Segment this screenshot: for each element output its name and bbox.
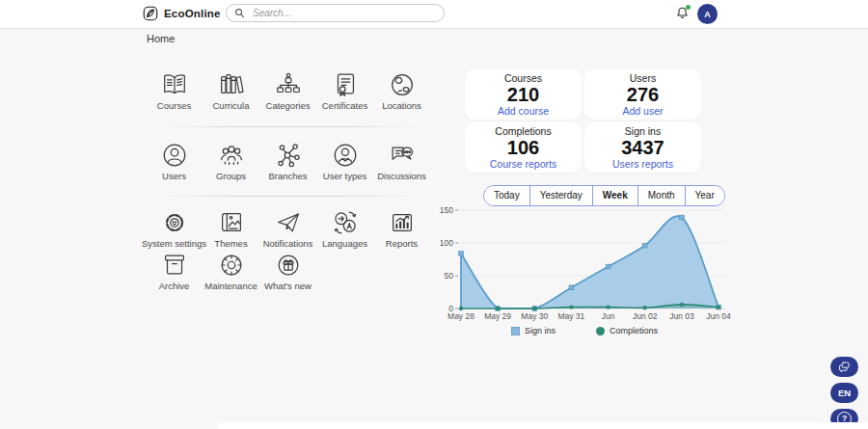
grid-item-notifications[interactable]: Notifications	[259, 208, 316, 249]
search-input[interactable]	[251, 7, 436, 19]
completions-marker	[459, 307, 463, 310]
grid-item-label: Archive	[159, 281, 190, 291]
stat-label: Completions	[495, 125, 551, 137]
chat-button[interactable]	[830, 357, 858, 377]
x-tick-label: May 28	[448, 311, 475, 321]
y-tick-label: 100	[440, 238, 453, 248]
grid-item-branches[interactable]: Branches	[259, 141, 316, 181]
whats-new-icon	[274, 251, 303, 280]
trend-chart: 050100150May 28May 29May 30May 31JunJun …	[434, 202, 735, 326]
brand-logo[interactable]: EcoOnline	[142, 5, 221, 22]
grid-item-categories[interactable]: Categories	[259, 70, 316, 111]
stat-card-users: Users 276 Add user	[584, 69, 701, 120]
grid-item-label: Certificates	[322, 100, 368, 111]
categories-icon	[274, 70, 303, 99]
sign-ins-marker	[642, 243, 647, 248]
grid-item-label: Maintenance	[204, 281, 257, 291]
legend-label: Completions	[610, 326, 658, 335]
sign-ins-marker	[569, 285, 574, 290]
users-reports-link[interactable]: Users reports	[612, 158, 673, 170]
grid-item-label: Discussions	[377, 171, 426, 181]
dashboard-page: EcoOnline A Home Courses	[0, 0, 868, 429]
completions-marker	[680, 303, 684, 307]
stat-value: 276	[627, 84, 659, 105]
stat-card-courses: Courses 210 Add course	[465, 69, 582, 120]
grid-row-2: Users Groups Branches User types	[146, 141, 430, 181]
user-types-icon	[331, 141, 360, 170]
grid-item-users[interactable]: Users	[146, 141, 203, 181]
sign-ins-marker	[680, 215, 685, 220]
completions-marker	[496, 307, 500, 310]
grid-item-label: Themes	[214, 238, 247, 249]
stat-value: 3437	[621, 137, 665, 158]
brand-name: EcoOnline	[164, 8, 221, 19]
legend-label: Sign ins	[525, 326, 556, 335]
sign-ins-swatch-icon	[511, 327, 520, 335]
completions-marker	[643, 306, 647, 309]
grid-item-curricula[interactable]: Curricula	[203, 70, 259, 111]
grid-item-label: What's new	[264, 281, 312, 291]
branches-icon	[274, 141, 303, 170]
stat-label: Courses	[504, 72, 542, 84]
grid-item-archive[interactable]: Archive	[146, 251, 203, 291]
grid-item-label: Categories	[266, 100, 311, 111]
grid-item-label: Locations	[382, 100, 421, 111]
grid-item-locations[interactable]: Locations	[373, 70, 430, 111]
themes-icon	[217, 208, 246, 237]
grid-item-courses[interactable]: Courses	[146, 70, 203, 111]
stat-card-sign-ins: Sign ins 3437 Users reports	[584, 122, 701, 173]
chart-legend: Sign ins Completions	[434, 326, 735, 335]
completions-marker	[717, 305, 720, 308]
x-tick-label: Jun 04	[706, 311, 731, 321]
stat-value: 210	[507, 84, 539, 105]
add-user-link[interactable]: Add user	[622, 105, 663, 117]
reports-icon	[388, 208, 417, 237]
discussions-icon	[388, 141, 417, 170]
grid-item-languages[interactable]: Languages	[316, 208, 373, 249]
notifications-bell[interactable]	[674, 5, 692, 22]
grid-item-maintenance[interactable]: Maintenance	[203, 251, 259, 291]
languages-icon	[331, 208, 360, 237]
stat-label: Users	[630, 72, 656, 84]
grid-item-label: Courses	[157, 100, 191, 111]
grid-item-label: System settings	[142, 238, 206, 249]
notifications-send-icon	[274, 208, 303, 237]
completions-marker	[569, 305, 573, 308]
grid-divider	[159, 196, 420, 197]
stat-label: Sign ins	[625, 125, 661, 137]
x-tick-label: May 31	[557, 311, 584, 321]
grid-item-user-types[interactable]: User types	[316, 141, 373, 181]
grid-row-4: Archive Maintenance What's new	[146, 251, 316, 291]
grid-divider	[159, 126, 420, 127]
certificates-icon	[331, 70, 360, 99]
locations-icon	[388, 70, 417, 99]
grid-item-groups[interactable]: Groups	[203, 141, 259, 181]
grid-item-system-settings[interactable]: System settings	[146, 208, 203, 249]
grid-item-themes[interactable]: Themes	[203, 208, 259, 249]
x-tick-label: Jun 02	[633, 311, 658, 321]
completions-marker	[606, 305, 610, 308]
grid-item-reports[interactable]: Reports	[373, 208, 430, 249]
grid-item-whats-new[interactable]: What's new	[259, 251, 316, 291]
top-bar: EcoOnline A	[0, 0, 868, 29]
stat-card-completions: Completions 106 Course reports	[465, 122, 582, 173]
add-course-link[interactable]: Add course	[498, 105, 549, 117]
legend-sign-ins: Sign ins	[511, 326, 556, 335]
sign-ins-marker	[459, 252, 464, 256]
courses-icon	[160, 70, 189, 99]
course-reports-link[interactable]: Course reports	[490, 158, 556, 170]
language-button[interactable]: EN	[830, 383, 858, 403]
grid-item-discussions[interactable]: Discussions	[373, 141, 430, 181]
archive-icon	[160, 251, 189, 280]
sign-ins-marker	[606, 264, 610, 269]
sign-ins-area	[461, 216, 719, 308]
search-icon	[234, 8, 245, 18]
users-icon	[160, 141, 189, 170]
grid-item-label: Curricula	[212, 100, 249, 111]
user-avatar[interactable]: A	[697, 4, 718, 24]
x-tick-label: May 30	[521, 311, 548, 321]
search-box	[226, 4, 445, 22]
legend-completions: Completions	[596, 326, 658, 335]
chat-icon	[837, 361, 852, 374]
grid-item-certificates[interactable]: Certificates	[316, 70, 373, 111]
